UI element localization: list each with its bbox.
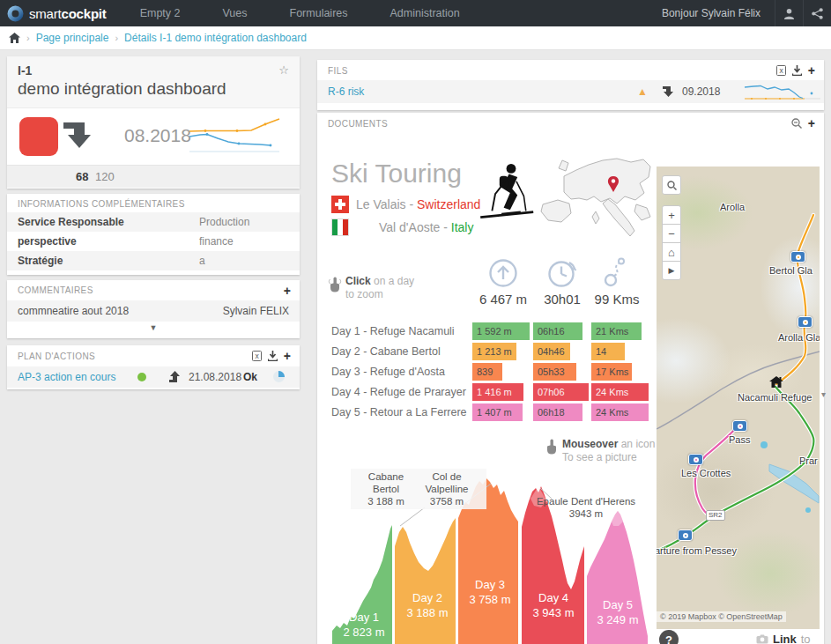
chart-day1-label[interactable]: Day 12 823 m	[335, 610, 393, 640]
trend-up-arrow-icon	[169, 371, 181, 383]
action-status-dot	[137, 373, 146, 381]
location-valais: Le Valais - Switzerland	[356, 197, 480, 211]
day-row-2[interactable]: Day 2 - Cabane Bertol 1 213 m 04h46 14 K…	[317, 343, 657, 360]
nav-item-empty2[interactable]: Empty 2	[119, 0, 202, 26]
action-link[interactable]: AP-3 action en cours	[18, 366, 115, 388]
map-home-button[interactable]: ⌂	[662, 242, 681, 262]
nav-item-formulaires[interactable]: Formulaires	[269, 0, 369, 26]
chart-day4-label[interactable]: Day 43 943 m	[524, 590, 582, 620]
day-row-4[interactable]: Day 4 - Refuge de Prarayer 1 416 m 07h06…	[317, 383, 657, 401]
day-row-5[interactable]: Day 5 - Retour a La Ferrere 1 407 m 06h1…	[317, 403, 657, 421]
expand-comments-caret[interactable]: ▼	[7, 322, 300, 334]
navbar-right: Bonjour Sylvain Félix	[648, 0, 831, 26]
breadcrumb-current[interactable]: Détails I-1 demo intégration dashboard	[124, 32, 307, 44]
fil-row: R-6 risk ▲ 09.2018	[317, 80, 824, 103]
elevation-chip[interactable]: 1 416 m	[472, 383, 523, 401]
distance-chip[interactable]: 24 Kms	[591, 403, 649, 421]
globe-help-icon[interactable]: ?	[659, 630, 679, 644]
kpi-card: I-1 demo intégration dashboard ☆ 08.2018…	[7, 56, 300, 189]
chart-day3-label[interactable]: Day 33 758 m	[461, 577, 519, 607]
skier-icon	[474, 162, 538, 224]
day-label: Day 5 - Retour a La Ferrere	[331, 403, 471, 421]
download-button[interactable]	[268, 351, 278, 361]
time-chip[interactable]: 05h33	[533, 363, 576, 381]
day-row-3[interactable]: Day 3 - Refuge d'Aosta 839 m 05h33 17 Km…	[317, 363, 657, 381]
time-chip[interactable]: 04h46	[533, 343, 570, 360]
picture-link[interactable]: Link	[773, 633, 797, 644]
stat-time: 30h01	[531, 257, 593, 307]
scroll-down-caret[interactable]: ▾	[821, 389, 826, 399]
user-menu-button[interactable]	[775, 0, 803, 26]
share-icon	[812, 8, 823, 19]
map[interactable]: + − ⌂ ▶ Arolla Bertol Gla Arolla Gla Nac…	[657, 167, 820, 629]
distance-chip[interactable]: 17 Kms	[591, 363, 632, 381]
stat-time-value: 30h01	[531, 292, 593, 307]
elevation-chip[interactable]: 1 407 m	[472, 403, 523, 421]
time-chip[interactable]: 07h06	[533, 383, 589, 401]
time-chip[interactable]: 06h16	[533, 322, 582, 340]
comment-row[interactable]: commneatire aout 2018 Sylvain FELIX	[7, 300, 300, 322]
kpi-code: I-1	[18, 63, 289, 78]
camera-marker-icon[interactable]	[732, 420, 747, 432]
add-action-button[interactable]: +	[284, 352, 291, 360]
kpi-footer: 68 120	[7, 165, 300, 188]
camera-marker-icon[interactable]	[790, 251, 805, 263]
map-label-les-crottes: Les Crottes	[681, 468, 731, 478]
chart-day5-label[interactable]: Day 53 249 m	[589, 597, 647, 627]
fil-link[interactable]: R-6 risk	[328, 80, 364, 103]
excel-file-icon: x	[252, 351, 262, 361]
add-fil-button[interactable]: +	[808, 66, 815, 75]
kpi-value-secondary: 120	[95, 170, 115, 183]
refuge-house-icon[interactable]	[769, 376, 783, 388]
time-chip[interactable]: 06h18	[533, 403, 582, 421]
europe-map-icon	[538, 157, 654, 245]
favorite-star-icon[interactable]: ☆	[278, 63, 289, 77]
add-document-button[interactable]: +	[808, 119, 815, 128]
camera-marker-icon[interactable]	[798, 316, 812, 328]
stat-distance-value: 99 Kms	[586, 292, 648, 307]
add-comment-button[interactable]: +	[284, 286, 291, 295]
export-excel-button[interactable]: x	[776, 65, 786, 76]
comment-author: Sylvain FELIX	[223, 300, 289, 322]
elevation-chip[interactable]: 1 213 m	[472, 343, 516, 360]
map-search-button[interactable]	[662, 175, 681, 195]
distance-chip[interactable]: 21 Kms	[591, 322, 642, 340]
breadcrumb-separator: ›	[115, 33, 118, 43]
elevation-chip[interactable]: 839 m	[472, 363, 502, 381]
zoom-out-button[interactable]	[791, 118, 802, 129]
italy-flag-icon	[331, 218, 349, 236]
compass-marker-icon[interactable]	[678, 529, 693, 541]
home-icon[interactable]	[9, 33, 20, 43]
map-zoom-in-button[interactable]: +	[662, 205, 681, 225]
day-label: Day 4 - Refuge de Prarayer	[331, 383, 471, 401]
camera-marker-icon[interactable]	[688, 454, 703, 465]
chart-day2-label[interactable]: Day 23 188 m	[398, 590, 456, 620]
nav-item-administration[interactable]: Administration	[369, 0, 481, 26]
day-row-1[interactable]: Day 1 - Refuge Nacamuli 1 592 m 06h16 21…	[317, 322, 657, 340]
logo-text: smartcockpit	[29, 6, 107, 21]
documents-panel: DOCUMENTS + Ski Touring Le Valais - Swit…	[317, 113, 824, 644]
distance-chip[interactable]: 14 Kms	[591, 343, 625, 360]
map-pan-button[interactable]: ▶	[662, 261, 681, 280]
nav-item-vues[interactable]: Vues	[202, 0, 269, 26]
app-logo[interactable]: smartcockpit	[0, 5, 119, 22]
share-button[interactable]	[803, 0, 831, 26]
map-label-prarayer: Prar	[799, 455, 818, 466]
kpi-value-main: 68	[76, 170, 88, 183]
kpi-body: 08.2018	[7, 108, 300, 165]
distance-chip[interactable]: 24 Kms	[591, 383, 649, 401]
comment-text: commneatire aout 2018	[18, 300, 129, 322]
kpi-status-square	[19, 117, 58, 156]
fils-title: FILS	[328, 66, 348, 76]
action-status-text: Ok	[243, 366, 257, 388]
kpi-period: 08.2018	[124, 125, 191, 146]
download-button[interactable]	[792, 65, 802, 76]
export-excel-button[interactable]: x	[252, 351, 262, 361]
stat-elevation: 6 467 m	[472, 257, 534, 307]
breadcrumb-page-principale[interactable]: Page principale	[36, 32, 109, 44]
map-label-departure-pessey: arture from Pessey	[657, 545, 737, 556]
elevation-chip[interactable]: 1 592 m	[472, 322, 530, 340]
trend-down-arrow-icon	[663, 86, 673, 97]
map-zoom-out-button[interactable]: −	[662, 224, 681, 243]
info-label: Stratégie	[18, 251, 63, 270]
